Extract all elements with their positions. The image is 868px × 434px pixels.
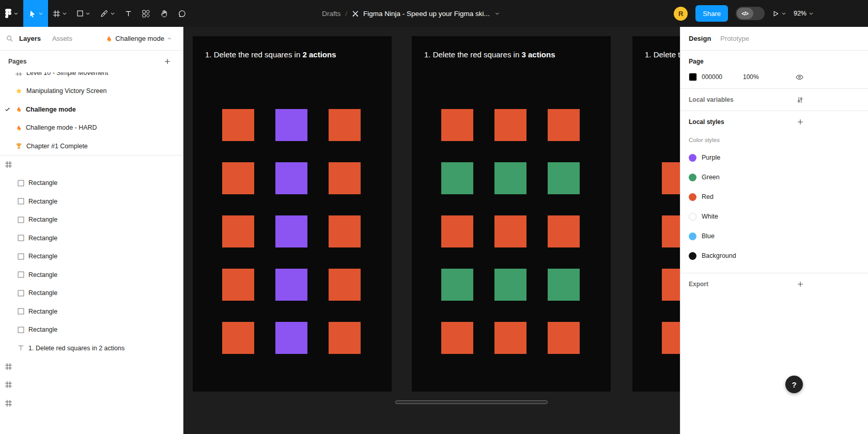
eye-icon[interactable] — [796, 74, 803, 80]
layer-item[interactable]: Rectangle — [0, 266, 183, 284]
color-style-name: Purple — [702, 154, 720, 161]
canvas-frame[interactable]: 1. Delete the red squares in 2 actions — [193, 36, 392, 392]
purple-square[interactable] — [275, 109, 307, 141]
page-item[interactable]: Challenge mode - HARD — [0, 119, 183, 137]
tab-design[interactable]: Design — [689, 35, 711, 42]
color-style-swatch — [689, 193, 696, 201]
green-square[interactable] — [441, 269, 473, 301]
page-color-opacity[interactable]: 100% — [743, 73, 759, 81]
layer-item[interactable]: Rectangle — [0, 321, 183, 339]
color-style-item[interactable]: Blue — [689, 226, 803, 246]
layer-item[interactable]: Rectangle — [0, 192, 183, 211]
main-menu-tool[interactable] — [0, 0, 23, 27]
page-color-hex[interactable]: 000000 — [702, 73, 729, 81]
layer-item[interactable]: Rectangle — [0, 247, 183, 266]
page-item[interactable]: Level 10 - Simple Movement — [0, 72, 183, 82]
green-square[interactable] — [441, 162, 473, 194]
red-square[interactable] — [329, 322, 361, 354]
present-button[interactable] — [772, 10, 786, 17]
frame-layer-item[interactable] — [0, 394, 183, 413]
file-title[interactable]: Figma Ninja - Speed up your Figma ski... — [363, 10, 490, 18]
red-square[interactable] — [329, 215, 361, 247]
color-style-item[interactable]: Purple — [689, 148, 803, 167]
canvas-frame[interactable]: 1. Delete t — [632, 36, 680, 392]
frame-layer-item[interactable] — [0, 376, 183, 394]
green-square[interactable] — [494, 269, 526, 301]
red-square[interactable] — [222, 215, 254, 247]
color-style-item[interactable]: Green — [689, 167, 803, 187]
pen-tool[interactable] — [95, 0, 120, 27]
shape-tool[interactable] — [72, 0, 95, 27]
red-square[interactable] — [662, 162, 680, 194]
layer-item[interactable]: Rectangle — [0, 174, 183, 193]
red-square[interactable] — [222, 322, 254, 354]
green-square[interactable] — [548, 269, 580, 301]
chevron-down-icon[interactable] — [495, 12, 500, 15]
color-style-item[interactable]: White — [689, 207, 803, 226]
red-square[interactable] — [548, 322, 580, 354]
tab-prototype[interactable]: Prototype — [720, 35, 749, 42]
red-square[interactable] — [494, 215, 526, 247]
layer-item[interactable]: 1. Delete red squares in 2 actions — [0, 339, 183, 358]
page-item[interactable]: Chapter #1 Complete — [0, 137, 183, 156]
frame-tool[interactable] — [48, 0, 72, 27]
frame-layer-item[interactable] — [0, 358, 183, 376]
red-square[interactable] — [441, 322, 473, 354]
red-square[interactable] — [222, 269, 254, 301]
layer-item[interactable]: Rectangle — [0, 229, 183, 247]
red-square[interactable] — [662, 322, 680, 354]
tab-assets[interactable]: Assets — [52, 35, 72, 42]
red-square[interactable] — [441, 215, 473, 247]
search-icon[interactable] — [6, 35, 13, 42]
breadcrumb-location[interactable]: Drafts — [322, 10, 340, 18]
layer-item[interactable]: Rectangle — [0, 211, 183, 229]
canvas-frame[interactable]: 1. Delete the red squares in 3 actions — [412, 36, 611, 392]
color-style-item[interactable]: Red — [689, 187, 803, 207]
red-square[interactable] — [662, 215, 680, 247]
resources-tool[interactable] — [137, 0, 155, 27]
add-page-button[interactable] — [164, 58, 171, 65]
frame-layer-item[interactable] — [0, 156, 183, 174]
canvas[interactable]: 1. Delete the red squares in 2 actions1.… — [183, 27, 680, 434]
hand-tool[interactable] — [155, 0, 173, 27]
purple-square[interactable] — [275, 269, 307, 301]
red-square[interactable] — [329, 109, 361, 141]
tab-layers[interactable]: Layers — [19, 35, 41, 42]
add-export-button[interactable] — [797, 281, 803, 287]
comment-icon — [178, 10, 186, 18]
help-button[interactable]: ? — [785, 376, 803, 393]
avatar[interactable]: R — [674, 7, 688, 21]
red-square[interactable] — [494, 322, 526, 354]
horizontal-scrollbar[interactable] — [395, 400, 548, 404]
purple-square[interactable] — [275, 322, 307, 354]
add-style-button[interactable] — [797, 119, 803, 125]
red-square[interactable] — [494, 109, 526, 141]
green-square[interactable] — [494, 162, 526, 194]
text-tool[interactable] — [120, 0, 137, 27]
purple-square[interactable] — [275, 215, 307, 247]
red-square[interactable] — [441, 109, 473, 141]
page-item[interactable]: Manipulating Victory Screen — [0, 82, 183, 101]
green-square[interactable] — [548, 162, 580, 194]
red-square[interactable] — [222, 162, 254, 194]
purple-square[interactable] — [275, 162, 307, 194]
red-square[interactable] — [662, 269, 680, 301]
current-page-badge[interactable]: Challenge mode — [105, 35, 178, 42]
dev-mode-toggle[interactable]: </> — [736, 7, 765, 20]
color-style-item[interactable]: Background — [689, 246, 803, 266]
comment-tool[interactable] — [173, 0, 191, 27]
red-square[interactable] — [329, 269, 361, 301]
red-square[interactable] — [548, 215, 580, 247]
zoom-control[interactable]: 92% — [794, 10, 813, 17]
variables-icon[interactable] — [797, 97, 803, 103]
share-button[interactable]: Share — [695, 5, 728, 22]
page-color-swatch[interactable] — [689, 73, 697, 81]
red-square[interactable] — [222, 109, 254, 141]
red-square[interactable] — [329, 162, 361, 194]
layer-item[interactable]: Rectangle — [0, 302, 183, 321]
red-square[interactable] — [548, 109, 580, 141]
page-item[interactable]: Challenge mode — [0, 100, 183, 119]
move-tool[interactable] — [23, 0, 48, 27]
breadcrumb: Drafts / Figma Ninja - Speed up your Fig… — [322, 0, 499, 27]
layer-item[interactable]: Rectangle — [0, 284, 183, 303]
